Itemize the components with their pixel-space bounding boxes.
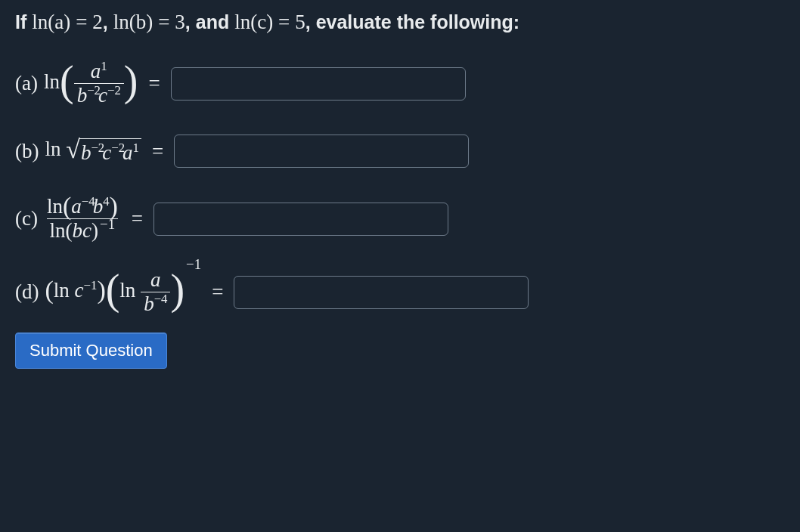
var-a: a <box>122 141 133 164</box>
given-eq2-rhs: 3 <box>175 11 185 33</box>
given-eq3-rhs: 5 <box>295 11 305 33</box>
part-b-row: (b) ln √ b−2c−2a1 = <box>15 135 785 168</box>
answer-input-b[interactable] <box>174 135 469 168</box>
prompt-suffix: , evaluate the following: <box>305 11 519 32</box>
part-c-label: (c) <box>15 207 38 230</box>
square-root: √ b−2c−2a1 <box>66 138 141 165</box>
equals: = <box>278 11 290 33</box>
var-b: b <box>93 195 104 218</box>
part-d-expression: (ln c−1)(ln a b−4 )−1 <box>45 270 201 314</box>
var-b: b <box>144 292 154 315</box>
ln-fn: ln <box>44 70 60 93</box>
exp-neg1: −1 <box>84 278 98 292</box>
given-eq2-lhs: ln(b) <box>113 11 153 33</box>
part-c-expression: ln(a−4b4) ln(bc)−1 <box>44 196 121 241</box>
given-eq1-rhs: 2 <box>92 11 103 33</box>
outer-exp: −1 <box>186 256 201 273</box>
answer-input-c[interactable] <box>153 203 448 236</box>
given-eq3-lhs: ln(c) <box>234 11 273 33</box>
answer-input-d[interactable] <box>234 276 529 309</box>
part-a-expression: ln( a1 b−2c−2 ) <box>44 61 138 106</box>
part-a-label: (a) <box>15 72 38 95</box>
equals: = <box>76 11 87 33</box>
fraction: a1 b−2c−2 <box>74 61 124 106</box>
part-a-row: (a) ln( a1 b−2c−2 ) = <box>15 61 785 106</box>
exp-1: 1 <box>133 141 139 155</box>
part-b-expression: ln √ b−2c−2a1 <box>45 138 141 164</box>
submit-button[interactable]: Submit Question <box>15 332 167 369</box>
var-c: c <box>75 279 84 302</box>
part-d-row: (d) (ln c−1)(ln a b−4 )−1 = <box>15 270 785 314</box>
equals-sign: = <box>148 72 160 95</box>
ln-fn: ln <box>119 279 135 302</box>
ln-fn: ln <box>54 279 70 302</box>
exp-1: 1 <box>101 59 107 73</box>
var-a: a <box>91 60 101 82</box>
fraction: a b−4 <box>141 270 170 314</box>
ln-fn: ln <box>50 219 66 242</box>
numerator: a1 <box>88 61 110 83</box>
part-c-row: (c) ln(a−4b4) ln(bc)−1 = <box>15 196 785 241</box>
equals: = <box>158 11 169 33</box>
part-b-label: (b) <box>15 140 39 163</box>
answer-input-a[interactable] <box>171 67 466 101</box>
part-d-label: (d) <box>15 280 39 304</box>
equals-sign: = <box>212 280 223 304</box>
given-eq1-lhs: ln(a) <box>32 11 70 33</box>
numerator: ln(a−4b4) <box>44 196 121 218</box>
var-bc: bc <box>73 219 91 242</box>
equals-sign: = <box>152 140 163 163</box>
question-prompt: If ln(a) = 2, ln(b) = 3, and ln(c) = 5, … <box>15 11 785 34</box>
var-c: c <box>102 141 111 164</box>
equals-sign: = <box>132 207 143 230</box>
exp-neg2: −2 <box>107 83 121 97</box>
exp-neg4: −4 <box>154 292 168 306</box>
ln-fn: ln <box>47 195 63 218</box>
radicand: b−2c−2a1 <box>79 138 141 165</box>
ln-fn: ln <box>45 138 60 160</box>
sep: , <box>103 11 113 32</box>
var-b: b <box>81 141 91 164</box>
var-b: b <box>77 84 88 107</box>
numerator: a <box>147 270 164 292</box>
prompt-prefix: If <box>15 11 32 32</box>
denominator: b−4 <box>141 292 170 314</box>
var-a: a <box>71 195 82 218</box>
exp-4: 4 <box>103 194 109 209</box>
and-sep: , and <box>185 11 234 32</box>
var-c: c <box>98 84 107 107</box>
denominator: ln(bc)−1 <box>47 218 119 241</box>
var-a: a <box>150 268 161 291</box>
denominator: b−2c−2 <box>74 83 124 106</box>
fraction: ln(a−4b4) ln(bc)−1 <box>44 196 121 241</box>
